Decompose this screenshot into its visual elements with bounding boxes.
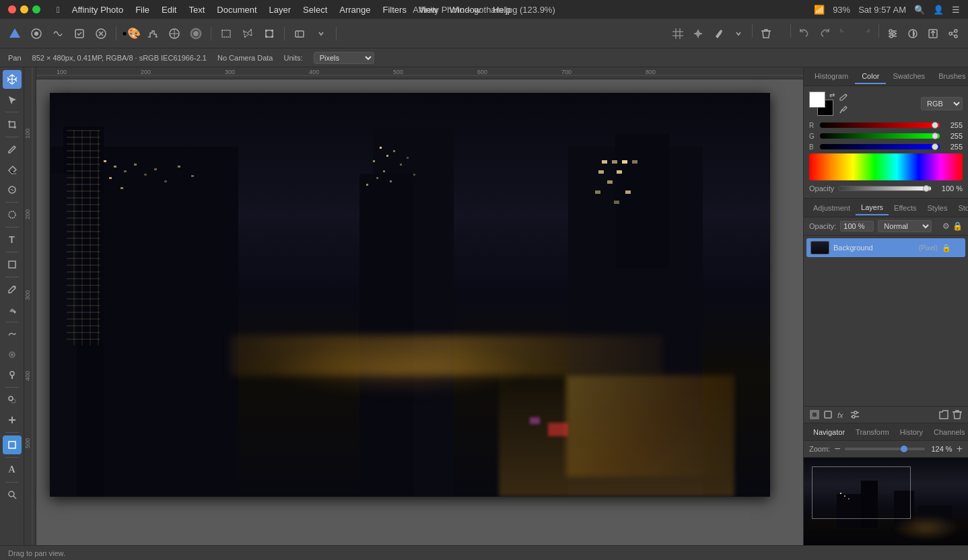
develop-persona-btn[interactable] xyxy=(70,24,89,43)
layer-settings-icon[interactable]: ⚙ xyxy=(942,221,950,231)
g-slider[interactable] xyxy=(820,133,940,139)
dropper-icon[interactable] xyxy=(839,105,848,114)
brush-tool[interactable] xyxy=(3,140,22,159)
layer-add-folder-icon[interactable] xyxy=(938,409,949,420)
marquee-rect-btn[interactable] xyxy=(217,24,236,43)
undo2-btn[interactable] xyxy=(835,24,854,43)
navigator-preview[interactable] xyxy=(804,458,968,545)
fill-tool[interactable] xyxy=(3,300,22,319)
menu-arrange[interactable]: Arrange xyxy=(334,3,376,16)
undo-btn[interactable] xyxy=(795,24,814,43)
notification-icon[interactable]: 👤 xyxy=(933,5,944,15)
color-picker-tool[interactable] xyxy=(3,280,22,299)
adjustment-tab[interactable]: Adjustment xyxy=(808,201,856,215)
mask-dropdown-btn[interactable] xyxy=(312,24,331,43)
eyedropper-icon[interactable] xyxy=(839,93,848,102)
healing-tool[interactable] xyxy=(3,411,22,429)
menu-text[interactable]: Text xyxy=(183,3,210,16)
paint-btn[interactable] xyxy=(709,24,728,43)
levels-btn[interactable] xyxy=(143,24,162,43)
swap-colors-icon[interactable]: ⇄ xyxy=(829,92,835,99)
menu-layer[interactable]: Layer xyxy=(264,3,297,16)
close-button[interactable] xyxy=(8,5,16,13)
layers-opacity-input[interactable]: 100 % xyxy=(840,221,874,232)
menu-extra-icon[interactable]: ☰ xyxy=(952,5,960,15)
brushes-tab[interactable]: Brushes xyxy=(932,69,968,84)
color-circle-btn[interactable] xyxy=(903,24,922,43)
zoom-tool[interactable] xyxy=(3,485,22,504)
paint-dropdown-btn[interactable] xyxy=(729,24,748,43)
export-btn[interactable] xyxy=(924,24,942,43)
photo-persona-btn[interactable] xyxy=(27,24,46,43)
eraser-tool[interactable] xyxy=(3,160,22,179)
layer-lock-icon[interactable]: 🔒 xyxy=(953,221,963,231)
redo-btn[interactable] xyxy=(815,24,834,43)
shapes-tool[interactable] xyxy=(3,255,22,274)
minimize-button[interactable] xyxy=(20,5,28,13)
export-persona-btn[interactable] xyxy=(92,24,110,43)
menu-document[interactable]: Document xyxy=(211,3,262,16)
navigator-tab[interactable]: Navigator xyxy=(808,426,850,438)
layer-mask-icon[interactable] xyxy=(823,409,833,420)
swatches-tab[interactable]: Swatches xyxy=(886,69,932,84)
transform-btn[interactable] xyxy=(260,24,279,43)
dodge-tool[interactable] xyxy=(3,365,22,384)
history-tab[interactable]: History xyxy=(895,426,928,438)
menu-affinity[interactable]: Affinity Photo xyxy=(67,3,129,16)
move-tool[interactable] xyxy=(3,90,22,109)
layer-adjust-icon[interactable] xyxy=(850,409,860,420)
white-balance-btn[interactable] xyxy=(165,24,184,43)
blend-mode-select[interactable]: Normal Multiply Screen Overlay Soft Ligh… xyxy=(878,220,932,232)
rectangular-selection[interactable] xyxy=(3,435,22,454)
menu-edit[interactable]: Edit xyxy=(156,3,182,16)
layer-lock-btn[interactable]: 🔒 xyxy=(942,244,951,252)
text-layer-tool[interactable]: A xyxy=(3,460,22,479)
canvas-area[interactable]: 100 200 300 400 500 600 700 800 100 200 … xyxy=(24,67,803,545)
vignette-btn[interactable] xyxy=(186,24,205,43)
fg-bg-swatches[interactable]: ⇄ xyxy=(809,92,833,116)
zoom-slider[interactable] xyxy=(845,448,925,450)
layer-delete-icon[interactable] xyxy=(952,409,963,420)
inpainting-tool[interactable] xyxy=(3,180,22,199)
affinity-logo-btn[interactable] xyxy=(5,24,24,43)
delete-btn[interactable] xyxy=(757,24,775,43)
layer-visibility-btn[interactable]: ✓ xyxy=(955,244,961,252)
smudge-tool[interactable] xyxy=(3,325,22,344)
canvas-image[interactable] xyxy=(50,93,770,497)
search-icon[interactable]: 🔍 xyxy=(914,5,925,15)
layer-stack-icon[interactable] xyxy=(809,409,820,420)
liquify-persona-btn[interactable] xyxy=(48,24,67,43)
selection-brush-tool[interactable] xyxy=(3,205,22,224)
adjustments-btn[interactable] xyxy=(883,24,902,43)
mask-overlay-btn[interactable] xyxy=(290,24,309,43)
channels-tab[interactable]: Channels xyxy=(928,426,968,438)
layers-tab[interactable]: Layers xyxy=(856,201,889,215)
r-slider[interactable] xyxy=(820,123,940,128)
clone-tool[interactable] xyxy=(3,390,22,409)
text-tool[interactable]: T xyxy=(3,230,22,249)
menu-filters[interactable]: Filters xyxy=(378,3,412,16)
color-wheel-btn[interactable]: 🎨 xyxy=(122,24,141,43)
transform-tab[interactable]: Transform xyxy=(850,426,895,438)
zoom-button[interactable] xyxy=(32,5,40,13)
blur-tool[interactable] xyxy=(3,345,22,364)
zoom-plus-btn[interactable]: + xyxy=(957,444,963,454)
layer-fx-icon[interactable]: fx xyxy=(836,409,847,420)
stock-tab[interactable]: Stock xyxy=(953,201,968,215)
grid-btn[interactable] xyxy=(668,24,687,43)
color-tab[interactable]: Color xyxy=(855,69,886,84)
snap-btn[interactable] xyxy=(689,24,707,43)
histogram-tab[interactable]: Histogram xyxy=(808,69,855,84)
color-mode-select[interactable]: RGB CMYK HSL LAB xyxy=(921,97,963,110)
zoom-minus-btn[interactable]: − xyxy=(834,444,840,454)
effects-tab[interactable]: Effects xyxy=(889,201,922,215)
menu-file[interactable]: File xyxy=(130,3,155,16)
redo2-btn[interactable] xyxy=(856,24,874,43)
pan-tool[interactable] xyxy=(3,70,22,89)
crop-tool[interactable] xyxy=(3,115,22,134)
navigator-viewport[interactable] xyxy=(812,466,910,519)
b-slider[interactable] xyxy=(820,144,940,149)
menu-select[interactable]: Select xyxy=(298,3,333,16)
styles-tab[interactable]: Styles xyxy=(922,201,953,215)
share-btn[interactable] xyxy=(944,24,963,43)
